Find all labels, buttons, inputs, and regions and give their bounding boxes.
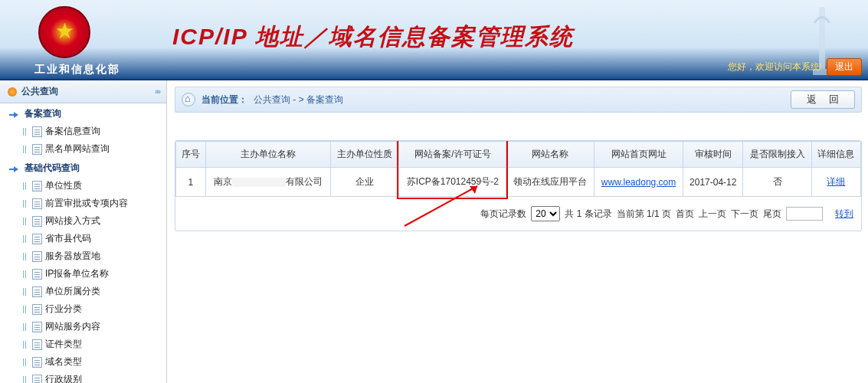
pager-first[interactable]: 首页 (676, 208, 694, 221)
detail-link[interactable]: 详细 (827, 176, 845, 187)
sidebar-item-label: 单位性质 (45, 179, 82, 192)
file-icon (32, 144, 42, 155)
logout-button[interactable]: 退出 (827, 58, 862, 76)
sidebar-item[interactable]: 域名类型 (0, 353, 166, 371)
sidebar-item-label: 省市县代码 (45, 232, 91, 245)
sidebar-item[interactable]: 单位所属分类 (0, 283, 166, 300)
sidebar-item[interactable]: 省市县代码 (0, 230, 166, 247)
content-area: 当前位置： 公共查询 - > 备案查询 返 回 序号主办单位名称主办单位性质网站… (167, 80, 868, 383)
sidebar-item-label: 行业分类 (45, 303, 82, 316)
sidebar-item[interactable]: 证件类型 (0, 336, 166, 353)
per-page-label: 每页记录数 (480, 208, 526, 221)
cell-detail: 详细 (811, 168, 860, 197)
cell-nature: 企业 (330, 168, 398, 197)
hand-point-icon (8, 163, 20, 174)
table-header: 网站首页网址 (594, 142, 683, 168)
sidebar-item-label: 服务器放置地 (45, 250, 100, 263)
pager-goto[interactable]: 转到 (835, 208, 853, 221)
org-prefix: 南京 (214, 176, 232, 187)
svg-point-2 (819, 7, 825, 13)
sidebar-item-label: 单位所属分类 (45, 285, 100, 298)
sidebar-item[interactable]: 服务器放置地 (0, 247, 166, 265)
file-icon (32, 126, 42, 137)
file-icon (32, 216, 42, 227)
cell-sitename: 领动在线应用平台 (506, 168, 594, 197)
file-icon (32, 304, 42, 315)
pager-next[interactable]: 下一页 (731, 208, 758, 221)
file-icon (32, 181, 42, 192)
sidebar-category-basecode[interactable]: 基础代码查询 (0, 158, 166, 177)
sidebar-item-label: 域名类型 (45, 355, 82, 368)
hand-point-icon (8, 109, 20, 119)
sidebar-item-label: IP报备单位名称 (45, 267, 109, 280)
cell-audit: 2017-04-12 (683, 168, 743, 197)
cell-license: 苏ICP备17012459号-2 (399, 168, 506, 197)
file-icon (32, 269, 42, 280)
redacted-block (232, 178, 286, 187)
sidebar-item[interactable]: 行政级别 (0, 371, 166, 383)
pager-last[interactable]: 尾页 (763, 208, 781, 221)
sidebar-item[interactable]: 单位性质 (0, 177, 166, 195)
sidebar-item-label: 黑名单网站查询 (45, 142, 110, 155)
sidebar-item[interactable]: IP报备单位名称 (0, 265, 166, 283)
category-label: 基础代码查询 (25, 162, 80, 175)
category-label: 备案查询 (25, 107, 61, 120)
current-page: 当前第 1/1 页 (617, 208, 671, 221)
sidebar-item[interactable]: 黑名单网站查询 (0, 140, 166, 158)
sidebar-item[interactable]: 备案信息查询 (0, 123, 166, 140)
file-icon (32, 375, 42, 384)
bullet-icon (8, 87, 17, 97)
sidebar-item-label: 备案信息查询 (45, 125, 100, 138)
sidebar-category-filing[interactable]: 备案查询 (0, 103, 166, 123)
file-icon (32, 286, 42, 297)
sidebar-item-label: 行政级别 (45, 373, 82, 383)
sidebar-header-label: 公共查询 (21, 85, 58, 98)
table-header: 序号 (176, 142, 206, 168)
national-emblem-icon (38, 6, 90, 58)
sidebar-item[interactable]: 前置审批或专项内容 (0, 195, 166, 212)
sidebar-item[interactable]: 网站服务内容 (0, 318, 166, 336)
breadcrumb: 当前位置： 公共查询 - > 备案查询 返 回 (175, 87, 862, 113)
file-icon (32, 251, 42, 262)
collapse-chevrons-icon: »» (155, 87, 159, 96)
sidebar-item-label: 证件类型 (45, 338, 82, 351)
sidebar-item-label: 网站接入方式 (45, 214, 100, 228)
file-icon (32, 339, 42, 350)
table-header: 网站备案/许可证号 (399, 142, 506, 168)
file-icon (32, 322, 42, 332)
sidebar-section-header[interactable]: 公共查询 »» (0, 80, 166, 103)
cell-restricted: 否 (743, 168, 811, 197)
cell-homepage: www.leadong.com (594, 168, 683, 197)
table-header: 是否限制接入 (743, 142, 811, 168)
sidebar-item[interactable]: 行业分类 (0, 300, 166, 318)
sidebar: 公共查询 »» 备案查询 备案信息查询黑名单网站查询 基础代码查询 单位性质前置… (0, 80, 167, 383)
table-header: 详细信息 (811, 142, 860, 168)
org-suffix: 有限公司 (286, 176, 323, 187)
table-header: 主办单位性质 (330, 142, 398, 168)
sidebar-item-label: 网站服务内容 (45, 320, 100, 333)
sidebar-item-label: 前置审批或专项内容 (45, 197, 128, 210)
table-row: 1 南京有限公司 企业 苏ICP备17012459号-2 领动在线应用平台 ww… (176, 168, 861, 197)
table-header: 审核时间 (683, 142, 743, 168)
file-icon (32, 234, 42, 244)
back-button[interactable]: 返 回 (791, 90, 855, 109)
pager-prev[interactable]: 上一页 (699, 208, 726, 221)
table-header: 主办单位名称 (205, 142, 330, 168)
cell-org: 南京有限公司 (205, 168, 330, 197)
app-header: 工业和信息化部 ICP/IP 地址／域名信息备案管理系统 您好，欢迎访问本系统!… (0, 0, 868, 80)
sidebar-item[interactable]: 网站接入方式 (0, 212, 166, 230)
system-title: ICP/IP 地址／域名信息备案管理系统 (172, 21, 574, 53)
results-table: 序号主办单位名称主办单位性质网站备案/许可证号网站名称网站首页网址审核时间是否限… (175, 140, 862, 231)
pager: 每页记录数 20 共 1 条记录 当前第 1/1 页 首页 上一页 下一页 尾页… (175, 197, 861, 231)
home-icon[interactable] (182, 93, 195, 106)
cell-seq: 1 (176, 168, 206, 197)
breadcrumb-path: 公共查询 - > 备案查询 (254, 93, 343, 106)
pager-page-input[interactable] (786, 207, 823, 221)
file-icon (32, 357, 42, 368)
per-page-select[interactable]: 20 (531, 206, 560, 221)
homepage-link[interactable]: www.leadong.com (601, 177, 676, 188)
file-icon (32, 198, 42, 209)
welcome-text: 您好，欢迎访问本系统! (728, 61, 822, 74)
department-name: 工业和信息化部 (34, 63, 120, 77)
breadcrumb-label: 当前位置： (201, 93, 247, 106)
